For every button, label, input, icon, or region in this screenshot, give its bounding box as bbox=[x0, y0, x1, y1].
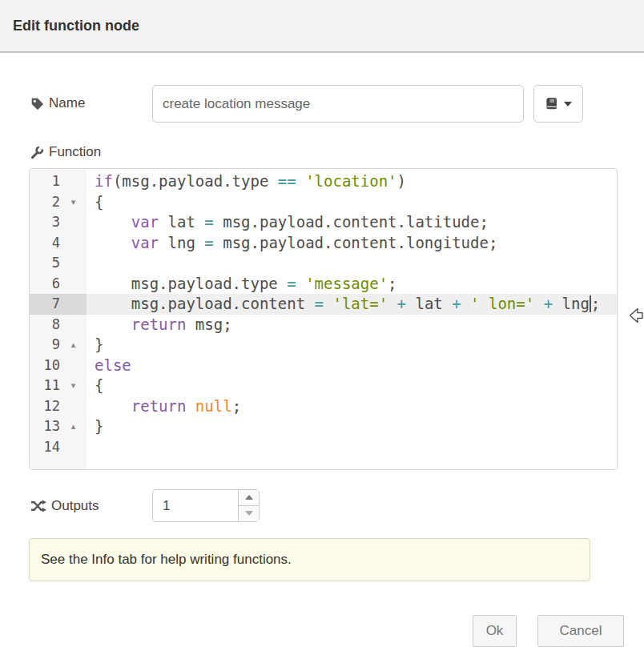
gutter-cell: 2▾ bbox=[30, 192, 87, 213]
fold-spacer bbox=[60, 396, 87, 417]
line-number: 10 bbox=[30, 356, 60, 376]
gutter-cell: 8 bbox=[30, 315, 87, 336]
gutter-cell: 4 bbox=[30, 233, 87, 254]
spinner-up-button[interactable] bbox=[239, 490, 259, 506]
code-text[interactable]: var lng = msg.payload.content.longitude; bbox=[87, 233, 617, 254]
line-number: 12 bbox=[30, 396, 60, 417]
outputs-spinner bbox=[152, 489, 260, 522]
gutter-cell: 13▴ bbox=[30, 416, 87, 437]
fold-spacer bbox=[60, 233, 87, 254]
code-line[interactable]: 10else bbox=[30, 356, 617, 376]
code-text[interactable]: if(msg.payload.type == 'location') bbox=[87, 171, 617, 192]
code-text[interactable] bbox=[87, 253, 617, 274]
line-number: 3 bbox=[30, 212, 60, 233]
line-number: 1 bbox=[30, 171, 60, 192]
line-number: 2 bbox=[30, 192, 60, 213]
outputs-input[interactable] bbox=[153, 490, 238, 521]
code-line[interactable]: 9▴} bbox=[30, 335, 617, 356]
name-label: Name bbox=[30, 95, 85, 111]
line-number: 5 bbox=[30, 253, 60, 274]
code-line[interactable]: 3 var lat = msg.payload.content.latitude… bbox=[30, 212, 617, 233]
library-dropdown-button[interactable] bbox=[533, 85, 583, 123]
code-line[interactable]: 13▴} bbox=[30, 416, 617, 437]
outputs-label-text: Outputs bbox=[51, 498, 99, 514]
spinner-down-icon bbox=[245, 511, 253, 516]
code-text[interactable]: return msg; bbox=[87, 315, 617, 336]
gutter-cell: 11▾ bbox=[30, 376, 87, 396]
fold-close-icon[interactable]: ▴ bbox=[60, 335, 87, 356]
function-code-editor[interactable]: 1if(msg.payload.type == 'location')2▾{3 … bbox=[29, 168, 618, 470]
tag-icon bbox=[30, 97, 44, 110]
code-line[interactable]: 12 return null; bbox=[30, 396, 617, 417]
code-line[interactable]: 8 return msg; bbox=[30, 315, 617, 336]
code-text[interactable]: } bbox=[87, 335, 617, 356]
cancel-button[interactable]: Cancel bbox=[537, 615, 624, 647]
code-text[interactable]: { bbox=[87, 192, 617, 213]
code-text[interactable] bbox=[87, 437, 617, 458]
function-label-text: Function bbox=[49, 144, 101, 160]
code-line[interactable]: 5 bbox=[30, 253, 617, 274]
fold-spacer bbox=[60, 437, 87, 458]
line-number: 6 bbox=[30, 274, 60, 295]
dialog-header: Edit function node bbox=[0, 0, 644, 53]
library-book-icon bbox=[545, 97, 559, 111]
fold-spacer bbox=[60, 274, 87, 295]
code-text[interactable]: { bbox=[87, 376, 617, 396]
fold-spacer bbox=[60, 356, 87, 376]
function-label: Function bbox=[30, 144, 101, 160]
gutter-cell: 6 bbox=[30, 274, 87, 295]
gutter-cell: 7 bbox=[30, 294, 87, 315]
fold-spacer bbox=[60, 212, 87, 233]
line-number: 11 bbox=[30, 376, 60, 396]
line-number: 14 bbox=[30, 437, 60, 458]
code-line[interactable]: 14 bbox=[30, 437, 617, 458]
code-line[interactable]: 1if(msg.payload.type == 'location') bbox=[30, 171, 617, 192]
wrench-icon bbox=[30, 146, 44, 159]
gutter-cell: 9▴ bbox=[30, 335, 87, 356]
code-text[interactable]: var lat = msg.payload.content.latitude; bbox=[87, 212, 617, 233]
spinner-buttons bbox=[238, 490, 259, 521]
code-line[interactable]: 4 var lng = msg.payload.content.longitud… bbox=[30, 233, 617, 254]
fold-spacer bbox=[60, 171, 87, 192]
fold-spacer bbox=[60, 294, 87, 315]
gutter-cell: 12 bbox=[30, 396, 87, 417]
ok-button-label: Ok bbox=[486, 623, 504, 639]
code-text[interactable]: msg.payload.content = 'lat=' + lat + ' l… bbox=[87, 294, 617, 315]
code-lines: 1if(msg.payload.type == 'location')2▾{3 … bbox=[30, 169, 617, 457]
code-text[interactable]: else bbox=[87, 356, 617, 376]
code-line[interactable]: 7 msg.payload.content = 'lat=' + lat + '… bbox=[30, 294, 617, 315]
gutter-cell: 3 bbox=[30, 212, 87, 233]
form-tip-text: See the Info tab for help writing functi… bbox=[41, 552, 292, 567]
fold-spacer bbox=[60, 253, 87, 274]
shuffle-icon bbox=[30, 500, 46, 512]
fold-open-icon[interactable]: ▾ bbox=[60, 192, 87, 213]
line-number: 13 bbox=[30, 416, 60, 437]
code-line[interactable]: 6 msg.payload.type = 'message'; bbox=[30, 274, 617, 295]
fold-spacer bbox=[60, 315, 87, 336]
form-tip: See the Info tab for help writing functi… bbox=[29, 538, 590, 581]
line-number: 7 bbox=[30, 294, 60, 315]
fold-close-icon[interactable]: ▴ bbox=[60, 416, 87, 437]
line-number: 8 bbox=[30, 315, 60, 336]
code-text[interactable]: } bbox=[87, 416, 617, 437]
spinner-down-button[interactable] bbox=[239, 506, 259, 522]
code-line[interactable]: 11▾{ bbox=[30, 376, 617, 396]
outputs-label: Outputs bbox=[30, 498, 99, 514]
code-text[interactable]: return null; bbox=[87, 396, 617, 417]
ok-button[interactable]: Ok bbox=[473, 615, 517, 647]
fold-open-icon[interactable]: ▾ bbox=[60, 376, 87, 396]
gutter-cell: 10 bbox=[30, 356, 87, 376]
code-line[interactable]: 2▾{ bbox=[30, 192, 617, 213]
dropdown-caret-icon bbox=[564, 102, 572, 106]
name-input[interactable] bbox=[152, 85, 524, 123]
gutter-cell: 5 bbox=[30, 253, 87, 274]
code-text[interactable]: msg.payload.type = 'message'; bbox=[87, 274, 617, 295]
gutter-cell: 14 bbox=[30, 437, 87, 458]
dialog-title: Edit function node bbox=[13, 0, 139, 51]
line-number: 4 bbox=[30, 233, 60, 254]
line-number: 9 bbox=[30, 335, 60, 356]
cancel-button-label: Cancel bbox=[560, 623, 602, 639]
name-label-text: Name bbox=[49, 95, 85, 111]
spinner-up-icon bbox=[245, 495, 253, 500]
gutter-cell: 1 bbox=[30, 171, 87, 192]
